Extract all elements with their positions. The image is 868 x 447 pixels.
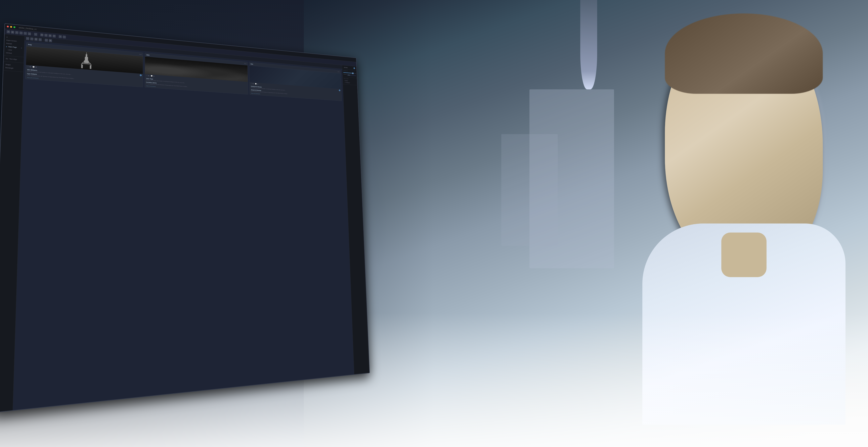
pan-icon[interactable]: ✥	[34, 37, 38, 41]
circle-tool[interactable]: ○	[24, 32, 27, 35]
person-hair	[665, 13, 823, 94]
search-icon[interactable]: ⌕	[34, 33, 37, 36]
heart-icon-amy: ♡	[27, 66, 29, 68]
close-button[interactable]	[7, 26, 9, 27]
stat-comments-amy: 💬 15	[33, 66, 37, 68]
toolbar-sep-1	[33, 33, 33, 35]
follow-label-text: Follow	[345, 80, 348, 81]
opacity-slider-fill	[343, 72, 353, 74]
comment-icon-vilic: 💬	[255, 83, 257, 85]
diamond-icon-amy	[140, 74, 142, 76]
heart-icon-vilic: ♡	[251, 83, 252, 85]
card-column-1: Amy Now	[15, 42, 143, 408]
frame-icon[interactable]: ⬚	[45, 38, 48, 42]
toolbar-sep-3	[57, 35, 57, 38]
heart-icon-jake: ♡	[146, 75, 148, 76]
rotate-icon[interactable]: ⟳	[53, 34, 56, 37]
comment-count-jake: 21	[153, 75, 155, 77]
card-vilic-username: Vilic	[251, 63, 253, 65]
like-count-vilic: 43	[253, 83, 254, 84]
opacity-label: Opacity :	[343, 73, 347, 76]
card-vilic: Vilic Now ♡ 43	[249, 62, 342, 101]
more-icon[interactable]: ⋯	[63, 35, 66, 38]
office-element-2	[501, 134, 558, 246]
sidebar-section-pages: 3 Flash Screen Reload ▶ Main Page ▲	[4, 34, 25, 57]
comment-count-amy: 15	[35, 66, 37, 68]
sidebar-shape-label: Shape	[6, 63, 11, 66]
zoom-in-icon[interactable]: +	[30, 37, 34, 40]
toolbar-sep-2	[39, 33, 39, 36]
window-title: adobe_Desktop_v1	[19, 27, 37, 30]
section-name-label: Section	[344, 67, 348, 68]
section-name-row: Section	[343, 66, 356, 69]
svg-rect-4	[86, 54, 87, 57]
sidebar-item-text[interactable]: Aa · Text 40px	[4, 57, 24, 61]
shape-tool[interactable]: □	[20, 31, 23, 35]
layers-icon[interactable]: ⊞	[11, 31, 14, 34]
triangle-tool[interactable]: △	[28, 32, 31, 35]
zoom-icon[interactable]: ⊕	[49, 34, 52, 37]
card-amy-time: Now	[139, 54, 142, 55]
zoom-out-icon[interactable]: −	[26, 37, 30, 40]
sidebar-item-text-label: Aa · Text 40px	[6, 58, 17, 60]
follower-count-text: 1 Follower	[345, 82, 350, 83]
scene: adobe_Desktop_v1 ↺ ⊞ T □ ○ △ ⌕ ⊟ ≡ ⊕ ⟳ ↗…	[0, 0, 868, 447]
stat-likes-jake: ♡ 33	[146, 75, 150, 77]
comment-icon-jake: 💬	[151, 75, 153, 77]
sidebar-item-lane-label: Lane	[8, 49, 12, 51]
monitor-wrapper: adobe_Desktop_v1 ↺ ⊞ T □ ○ △ ⌕ ⊟ ≡ ⊕ ⟳ ↗…	[0, 23, 370, 413]
right-panel-opacity: Opacity Opacity : 100%	[342, 69, 357, 78]
svg-rect-0	[81, 64, 83, 68]
card-jake-username: Jake	[146, 54, 150, 56]
opacity-value: 100%	[347, 74, 356, 76]
card-column-2: Jake Now ♡ 33	[143, 53, 254, 395]
card-amy-username: Amy	[28, 43, 32, 46]
canvas-area: Amy Now	[13, 40, 354, 410]
sidebar-section-props: Shape Rectangle	[3, 61, 24, 72]
card-jake: Jake Now ♡ 33	[145, 53, 248, 94]
right-panel-follow: Section Follow 1 Follower	[343, 77, 358, 85]
sidebar-item-3-label: 3	[6, 36, 7, 38]
eiffel-tower-svg	[80, 52, 93, 69]
app-layout: 3 Flash Screen Reload ▶ Main Page ▲	[0, 34, 370, 413]
toolbar2-sep	[43, 38, 43, 41]
hanging-lamp	[580, 0, 597, 89]
person-neck	[721, 232, 767, 277]
stat-likes-vilic: ♡ 43	[251, 83, 254, 85]
refresh-icon[interactable]: ↺	[7, 30, 10, 33]
opacity-slider-thumb[interactable]	[352, 72, 353, 74]
sidebar-rectangle-label: Rectangle	[5, 67, 13, 69]
card-jake-time: Now	[244, 63, 247, 64]
sidebar-item-vertical-label: Vertical	[6, 52, 12, 54]
comment-icon-amy: 💬	[33, 66, 35, 68]
align-icon[interactable]: ≡	[44, 34, 48, 37]
share-icon[interactable]: ↗	[59, 35, 62, 38]
sidebar-item-flash-label: Flash Screen	[6, 39, 17, 42]
like-count-jake: 33	[148, 75, 150, 76]
diamond-icon-vilic	[339, 89, 341, 91]
svg-rect-6	[82, 63, 90, 64]
svg-rect-1	[90, 65, 91, 69]
group-icon[interactable]: ⊞	[49, 39, 52, 42]
select-icon[interactable]: ↖	[38, 38, 42, 41]
grid-icon[interactable]: ⊟	[40, 33, 43, 36]
stat-likes-amy: ♡ 46	[27, 66, 31, 68]
stat-comments-vilic: 💬 11	[255, 83, 258, 85]
right-panel-diamond	[353, 67, 355, 69]
maximize-button[interactable]	[13, 26, 16, 28]
content-area: − + ✥ ↖ ⬚ ⊞ Amy	[13, 36, 354, 410]
comment-count-vilic: 11	[257, 83, 258, 85]
text-tool[interactable]: T	[15, 31, 19, 34]
like-count-amy: 46	[29, 66, 31, 68]
card-vilic-time: Now	[338, 71, 340, 72]
card-column-3: Vilic Now ♡ 43	[249, 62, 352, 383]
minimize-button[interactable]	[10, 26, 12, 28]
sidebar-item-main-label: Main Page	[8, 46, 17, 49]
monitor-screen: adobe_Desktop_v1 ↺ ⊞ T □ ○ △ ⌕ ⊟ ≡ ⊕ ⟳ ↗…	[0, 23, 370, 413]
stat-comments-jake: 💬 21	[151, 75, 155, 77]
sidebar-item-reload-label: Reload	[6, 42, 12, 45]
